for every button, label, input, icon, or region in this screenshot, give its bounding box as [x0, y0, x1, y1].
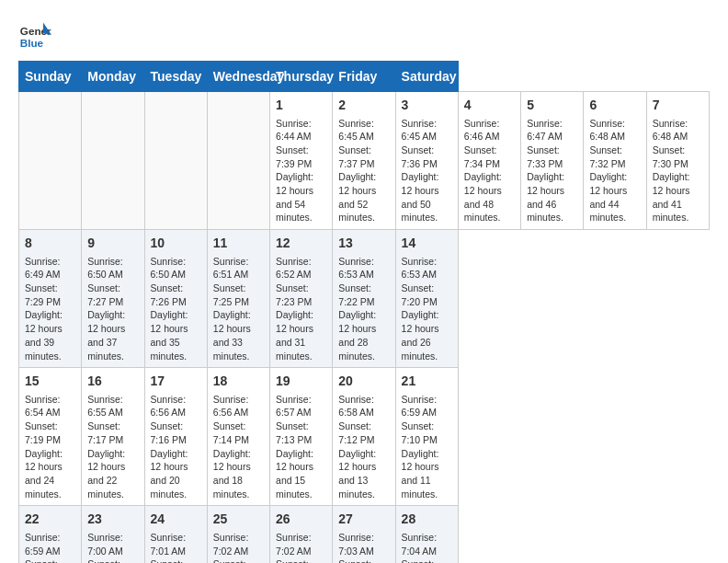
calendar-cell: 17Sunrise: 6:56 AMSunset: 7:16 PMDayligh…: [144, 368, 207, 506]
calendar-week-2: 15Sunrise: 6:54 AMSunset: 7:19 PMDayligh…: [19, 368, 710, 506]
sunrise: Sunrise: 6:50 AM: [151, 255, 201, 282]
daylight: Daylight: 12 hours and 11 minutes.: [402, 447, 452, 501]
daylight: Daylight: 12 hours and 28 minutes.: [338, 308, 389, 362]
calendar-cell: 16Sunrise: 6:55 AMSunset: 7:17 PMDayligh…: [82, 368, 144, 506]
sunset: Sunset: 7:07 PM: [87, 557, 138, 563]
logo: General Blue: [18, 18, 55, 52]
daylight: Daylight: 12 hours and 26 minutes.: [402, 308, 452, 362]
header-row: SundayMondayTuesdayWednesdayThursdayFrid…: [19, 62, 710, 92]
calendar-cell: 3Sunrise: 6:45 AMSunset: 7:36 PMDaylight…: [395, 92, 458, 230]
svg-text:Blue: Blue: [20, 37, 44, 49]
calendar-cell: [207, 92, 269, 230]
calendar-cell: 1Sunrise: 6:44 AMSunset: 7:39 PMDaylight…: [270, 92, 333, 230]
sunset: Sunset: 7:04 PM: [213, 557, 264, 563]
calendar-cell: 13Sunrise: 6:53 AMSunset: 7:22 PMDayligh…: [333, 230, 395, 368]
day-number: 25: [213, 511, 264, 529]
sunrise: Sunrise: 6:52 AM: [276, 255, 326, 282]
sunset: Sunset: 7:34 PM: [464, 144, 515, 170]
day-number: 1: [276, 97, 326, 115]
daylight: Daylight: 12 hours and 18 minutes.: [213, 447, 264, 501]
calendar-week-1: 8Sunrise: 6:49 AMSunset: 7:29 PMDaylight…: [19, 230, 710, 368]
sunset: Sunset: 7:20 PM: [402, 282, 452, 308]
sunrise: Sunrise: 7:00 AM: [87, 531, 138, 557]
day-number: 26: [276, 511, 326, 529]
day-number: 19: [276, 373, 326, 391]
sunrise: Sunrise: 6:45 AM: [402, 117, 452, 144]
day-number: 8: [25, 235, 75, 253]
sunset: Sunset: 7:09 PM: [25, 557, 75, 563]
sunset: Sunset: 7:03 PM: [276, 557, 326, 563]
calendar-cell: 15Sunrise: 6:54 AMSunset: 7:19 PMDayligh…: [19, 368, 82, 506]
sunrise: Sunrise: 6:48 AM: [589, 117, 640, 144]
sunrise: Sunrise: 6:44 AM: [276, 117, 326, 144]
day-number: 3: [402, 97, 452, 115]
sunset: Sunset: 7:25 PM: [213, 282, 264, 308]
calendar-body: 1Sunrise: 6:44 AMSunset: 7:39 PMDaylight…: [19, 92, 710, 564]
day-number: 28: [402, 511, 452, 529]
sunrise: Sunrise: 6:56 AM: [151, 393, 201, 419]
day-number: 12: [276, 235, 326, 253]
sunrise: Sunrise: 6:50 AM: [87, 255, 138, 282]
day-number: 21: [402, 373, 452, 391]
calendar-header: SundayMondayTuesdayWednesdayThursdayFrid…: [19, 62, 710, 92]
day-number: 24: [151, 511, 201, 529]
daylight: Daylight: 12 hours and 24 minutes.: [25, 447, 75, 501]
sunrise: Sunrise: 6:58 AM: [338, 393, 389, 419]
sunset: Sunset: 7:00 PM: [402, 557, 452, 563]
calendar-cell: 14Sunrise: 6:53 AMSunset: 7:20 PMDayligh…: [395, 230, 458, 368]
sunrise: Sunrise: 7:01 AM: [151, 531, 201, 557]
sunset: Sunset: 7:37 PM: [338, 144, 389, 170]
sunrise: Sunrise: 6:57 AM: [276, 393, 326, 419]
day-number: 14: [402, 235, 452, 253]
logo-icon: General Blue: [18, 18, 51, 52]
header-thursday: Thursday: [270, 62, 333, 92]
calendar-cell: 10Sunrise: 6:50 AMSunset: 7:26 PMDayligh…: [144, 230, 207, 368]
calendar-week-3: 22Sunrise: 6:59 AMSunset: 7:09 PMDayligh…: [19, 506, 710, 563]
calendar-cell: [19, 92, 82, 230]
sunset: Sunset: 7:27 PM: [87, 282, 138, 308]
sunrise: Sunrise: 6:56 AM: [213, 393, 264, 419]
sunrise: Sunrise: 6:59 AM: [402, 393, 452, 419]
calendar-cell: 6Sunrise: 6:48 AMSunset: 7:32 PMDaylight…: [584, 92, 646, 230]
sunrise: Sunrise: 6:51 AM: [213, 255, 264, 282]
sunrise: Sunrise: 6:49 AM: [25, 255, 75, 282]
calendar-cell: 27Sunrise: 7:03 AMSunset: 7:01 PMDayligh…: [333, 506, 395, 563]
sunrise: Sunrise: 7:03 AM: [338, 531, 389, 557]
sunrise: Sunrise: 6:53 AM: [402, 255, 452, 282]
daylight: Daylight: 12 hours and 41 minutes.: [653, 170, 703, 224]
sunset: Sunset: 7:23 PM: [276, 282, 326, 308]
daylight: Daylight: 12 hours and 31 minutes.: [276, 308, 326, 362]
calendar-cell: 8Sunrise: 6:49 AMSunset: 7:29 PMDaylight…: [19, 230, 82, 368]
sunset: Sunset: 7:29 PM: [25, 282, 75, 308]
day-number: 23: [87, 511, 138, 529]
calendar-cell: 18Sunrise: 6:56 AMSunset: 7:14 PMDayligh…: [207, 368, 269, 506]
sunset: Sunset: 7:10 PM: [402, 419, 452, 446]
daylight: Daylight: 12 hours and 35 minutes.: [151, 308, 201, 362]
calendar-table: SundayMondayTuesdayWednesdayThursdayFrid…: [18, 61, 710, 563]
header-tuesday: Tuesday: [144, 62, 207, 92]
daylight: Daylight: 12 hours and 52 minutes.: [338, 170, 389, 224]
day-number: 13: [338, 235, 389, 253]
sunset: Sunset: 7:14 PM: [213, 419, 264, 446]
day-number: 7: [653, 97, 703, 115]
day-number: 22: [25, 511, 75, 529]
calendar-cell: [82, 92, 144, 230]
calendar-cell: 9Sunrise: 6:50 AMSunset: 7:27 PMDaylight…: [82, 230, 144, 368]
calendar-cell: 26Sunrise: 7:02 AMSunset: 7:03 PMDayligh…: [270, 506, 333, 563]
day-number: 9: [87, 235, 138, 253]
sunset: Sunset: 7:17 PM: [87, 419, 138, 446]
sunset: Sunset: 7:12 PM: [338, 419, 389, 446]
calendar-cell: 25Sunrise: 7:02 AMSunset: 7:04 PMDayligh…: [207, 506, 269, 563]
calendar-cell: 2Sunrise: 6:45 AMSunset: 7:37 PMDaylight…: [333, 92, 395, 230]
sunset: Sunset: 7:26 PM: [151, 282, 201, 308]
sunset: Sunset: 7:33 PM: [527, 144, 577, 170]
calendar-cell: 24Sunrise: 7:01 AMSunset: 7:06 PMDayligh…: [144, 506, 207, 563]
daylight: Daylight: 12 hours and 50 minutes.: [402, 170, 452, 224]
header-wednesday: Wednesday: [207, 62, 269, 92]
sunset: Sunset: 7:39 PM: [276, 144, 326, 170]
header-monday: Monday: [82, 62, 144, 92]
sunset: Sunset: 7:06 PM: [151, 557, 201, 563]
sunset: Sunset: 7:22 PM: [338, 282, 389, 308]
calendar-cell: 28Sunrise: 7:04 AMSunset: 7:00 PMDayligh…: [395, 506, 458, 563]
day-number: 20: [338, 373, 389, 391]
